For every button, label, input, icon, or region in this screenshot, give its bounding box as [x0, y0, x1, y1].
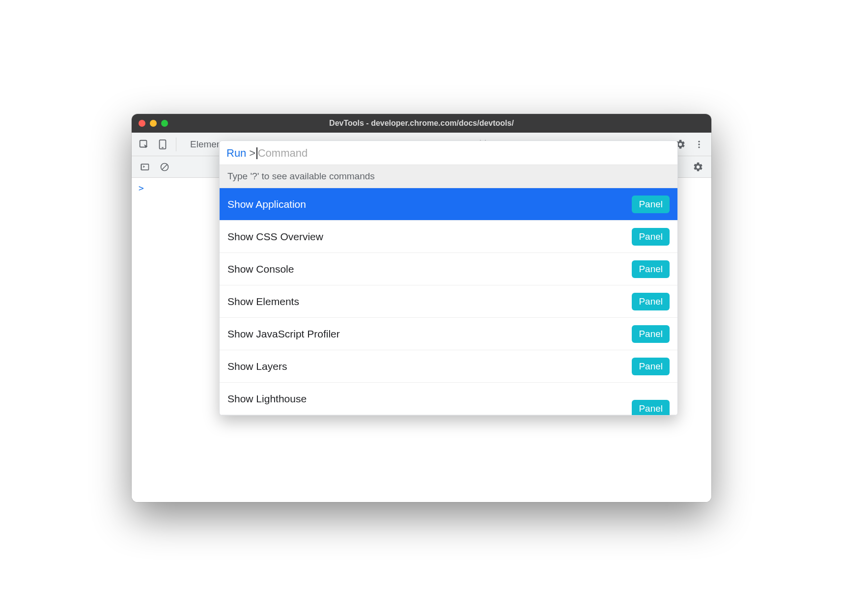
text-cursor	[256, 147, 257, 159]
traffic-lights	[139, 120, 168, 127]
command-item-label: Show CSS Overview	[227, 231, 323, 243]
console-settings-icon[interactable]	[690, 159, 706, 175]
command-caret: >	[249, 147, 255, 160]
command-item-badge: Panel	[632, 228, 670, 246]
devtools-window: DevTools - developer.chrome.com/docs/dev…	[132, 114, 711, 502]
command-item-badge: Panel	[632, 293, 670, 310]
command-item-badge: Panel	[632, 400, 670, 416]
command-item-badge: Panel	[632, 325, 670, 343]
window-title: DevTools - developer.chrome.com/docs/dev…	[132, 119, 711, 128]
command-item[interactable]: Show CSS Overview Panel	[220, 221, 677, 253]
device-toolbar-icon[interactable]	[154, 136, 171, 153]
command-placeholder: Command	[258, 147, 308, 160]
console-prompt: >	[139, 183, 144, 193]
command-item-label: Show Console	[227, 263, 294, 275]
command-item[interactable]: Show Console Panel	[220, 253, 677, 285]
command-item-label: Show Elements	[227, 296, 299, 308]
command-input-row[interactable]: Run > Command	[220, 141, 677, 165]
close-window-button[interactable]	[139, 120, 145, 127]
command-hint: Type '?' to see available commands	[220, 165, 677, 188]
command-list: Show Application Panel Show CSS Overview…	[220, 188, 677, 415]
command-item-badge: Panel	[632, 260, 670, 278]
toolbar-separator	[176, 138, 176, 151]
command-item-label: Show Application	[227, 198, 306, 210]
console-sidebar-toggle-icon[interactable]	[137, 159, 153, 175]
command-item-label: Show Lighthouse	[227, 393, 307, 405]
command-item[interactable]: Show Lighthouse Panel	[220, 383, 677, 415]
svg-rect-6	[141, 164, 149, 170]
command-prefix: Run	[226, 147, 246, 160]
command-item-badge: Panel	[632, 358, 670, 375]
maximize-window-button[interactable]	[161, 120, 168, 127]
kebab-menu-icon[interactable]	[691, 136, 707, 153]
svg-point-5	[698, 146, 700, 148]
svg-point-3	[698, 140, 700, 142]
command-item[interactable]: Show Layers Panel	[220, 350, 677, 383]
command-item[interactable]: Show JavaScript Profiler Panel	[220, 318, 677, 350]
command-menu: Run > Command Type '?' to see available …	[219, 140, 678, 416]
minimize-window-button[interactable]	[150, 120, 157, 127]
command-item[interactable]: Show Elements Panel	[220, 285, 677, 318]
svg-point-4	[698, 143, 700, 145]
command-item-badge: Panel	[632, 196, 670, 213]
inspect-element-icon[interactable]	[136, 136, 152, 153]
clear-console-icon[interactable]	[156, 159, 173, 175]
command-item[interactable]: Show Application Panel	[220, 188, 677, 221]
command-item-label: Show JavaScript Profiler	[227, 328, 340, 340]
svg-line-9	[162, 165, 167, 169]
titlebar: DevTools - developer.chrome.com/docs/dev…	[132, 114, 711, 133]
command-item-label: Show Layers	[227, 361, 287, 372]
